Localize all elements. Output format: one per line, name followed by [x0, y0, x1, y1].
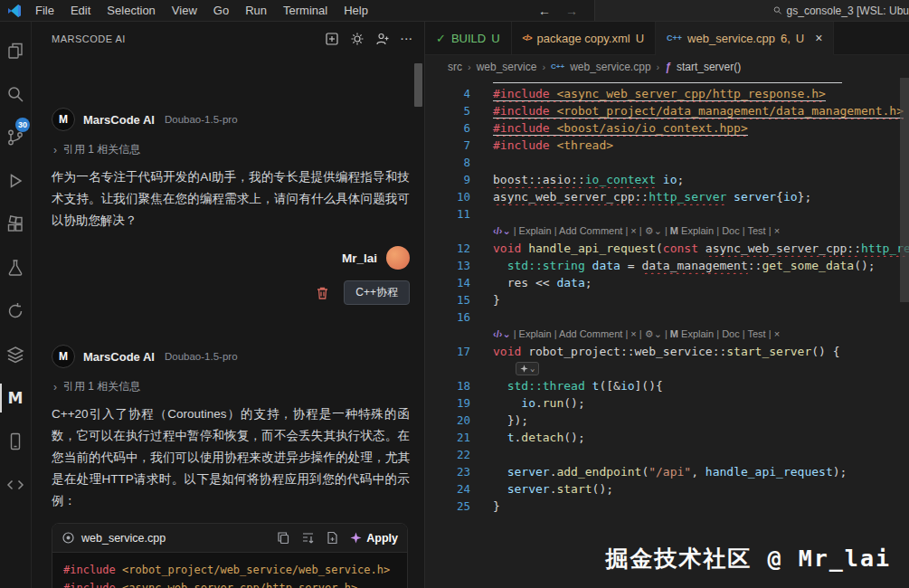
menu-edit[interactable]: Edit [63, 2, 98, 19]
vscode-window: File Edit Selection View Go Run Terminal… [0, 0, 909, 588]
code-icon[interactable] [0, 463, 31, 507]
codelens-action[interactable]: Add Comment [559, 328, 622, 339]
codelens-action[interactable]: Explain [681, 328, 714, 339]
close-icon[interactable]: × [774, 328, 780, 339]
code-actions-icon[interactable]: ‹/›⌄ [493, 225, 511, 236]
menu-terminal[interactable]: Terminal [276, 2, 335, 19]
mobile-icon[interactable] [0, 420, 31, 463]
menu-bar: File Edit Selection View Go Run Terminal… [28, 2, 375, 19]
menu-file[interactable]: File [28, 2, 62, 19]
codelens-action[interactable]: Doc [722, 225, 740, 236]
tools-icon[interactable]: ⚙⌄ [645, 328, 662, 339]
vscode-logo-icon [6, 4, 23, 18]
apply-button[interactable]: Apply [350, 532, 398, 545]
delete-message-button[interactable] [316, 286, 329, 300]
model-name: Doubao-1.5-pro [165, 351, 238, 362]
tools-icon[interactable]: ⚙⌄ [645, 225, 662, 236]
codelens-action[interactable]: Add Comment [559, 225, 622, 236]
copy-icon[interactable] [277, 531, 290, 545]
line-number: 10 [425, 188, 488, 205]
line-number: 14 [425, 274, 488, 291]
breadcrumb-web-service[interactable]: web_service [477, 61, 537, 73]
tab-package-copy-xml[interactable]: </> package copy.xml U [512, 22, 657, 54]
assistant-name: MarsCode AI [83, 113, 155, 127]
new-chat-icon[interactable] [325, 32, 339, 46]
code-line: 11 [425, 205, 909, 223]
gear-icon[interactable] [350, 32, 365, 46]
code-line: 19 io.run(); [425, 394, 909, 412]
title-bar: File Edit Selection View Go Run Terminal… [0, 0, 909, 22]
reference-toggle[interactable]: › 引用 1 相关信息 [53, 379, 410, 394]
layers-icon[interactable] [0, 333, 31, 376]
code-actions-icon[interactable]: ‹/›⌄ [493, 328, 511, 339]
insert-at-cursor-icon[interactable] [301, 531, 315, 545]
more-icon[interactable]: ··· [401, 33, 413, 44]
marscode-icon[interactable]: M [0, 376, 31, 420]
source-control-icon[interactable]: 30 [0, 116, 31, 159]
trash-icon [316, 286, 329, 300]
tab-build[interactable]: ✓ BUILD U [425, 22, 512, 54]
target-icon [62, 531, 75, 545]
codelens-action[interactable]: Doc [722, 328, 740, 339]
menu-go[interactable]: Go [206, 2, 236, 19]
menu-selection[interactable]: Selection [99, 2, 162, 19]
code-line: 24 server.start(); [425, 480, 909, 498]
line-number: 4 [425, 85, 488, 102]
code-line: 13 std::string data = data_management::g… [425, 257, 909, 274]
cpp-file-icon: C++ [667, 33, 682, 43]
new-file-icon[interactable] [326, 531, 339, 545]
close-icon[interactable]: × [815, 31, 822, 45]
invite-user-icon[interactable] [375, 32, 390, 46]
menu-view[interactable]: View [165, 2, 204, 19]
code-editor[interactable]: 4#include <async_web_server_cpp/http_res… [425, 78, 909, 588]
editor-scrollbar[interactable] [900, 78, 909, 302]
code-line: 12void handle_api_request(const async_we… [425, 240, 909, 257]
breadcrumb-file[interactable]: web_service.cpp [570, 61, 650, 73]
forward-arrow-icon[interactable]: → [558, 4, 585, 18]
codelens-action[interactable]: Explain [681, 225, 714, 236]
code-line: ⌄ [425, 360, 909, 377]
method-symbol-icon: ƒ [665, 61, 671, 73]
line-number: 9 [425, 171, 488, 188]
line-number: 7 [425, 137, 488, 154]
command-center-search[interactable]: gs_console_3 [WSL: Ubu [773, 5, 909, 17]
run-debug-icon[interactable] [0, 159, 31, 203]
code-line: 21 t.detach(); [425, 429, 909, 446]
breadcrumb-symbol[interactable]: start_server() [677, 61, 741, 73]
search-icon[interactable] [0, 72, 31, 116]
marscode-avatar: M [52, 108, 75, 131]
code-line: #include <async_web_server_cpp/http_serv… [63, 579, 396, 588]
marscode-avatar: M [52, 345, 75, 368]
explorer-icon[interactable] [0, 29, 31, 72]
codelens-action[interactable]: Explain [519, 225, 552, 236]
reference-toggle[interactable]: › 引用 1 相关信息 [53, 142, 410, 157]
sidebar-title: MARSCODE AI [52, 33, 126, 44]
extensions-icon[interactable] [0, 203, 31, 246]
menu-help[interactable]: Help [336, 2, 375, 19]
sync-icon[interactable] [0, 289, 31, 333]
codelens-action[interactable]: Test [747, 225, 765, 236]
line-number: 11 [425, 205, 488, 223]
codelens-action[interactable]: Explain [519, 328, 552, 339]
chevron-right-icon: › [53, 381, 57, 394]
line-number: 17 [425, 343, 488, 360]
chat-panel: M MarsCode AI Doubao-1.5-pro › 引用 1 相关信息… [32, 55, 424, 588]
model-name: Doubao-1.5-pro [165, 114, 238, 125]
breadcrumb-src[interactable]: src [448, 61, 462, 73]
sidebar-scrollbar[interactable] [414, 63, 422, 107]
line-number: 15 [425, 291, 488, 308]
titlebar-right-section: gs_console_3 [WSL: Ubu [594, 0, 909, 21]
back-arrow-icon[interactable]: ← [531, 4, 558, 18]
inline-action-widget[interactable]: ⌄ [516, 362, 539, 375]
search-icon [773, 5, 782, 16]
tab-web-service-cpp[interactable]: C++ web_service.cpp 6, U × [656, 22, 834, 55]
close-icon[interactable]: × [774, 225, 780, 236]
breadcrumb: src › web_service › C++ web_service.cpp … [425, 55, 909, 78]
menu-run[interactable]: Run [238, 2, 274, 19]
code-line: 4#include <async_web_server_cpp/http_res… [425, 85, 909, 102]
context-tag[interactable]: C++协程 [344, 280, 410, 305]
beaker-icon[interactable] [0, 246, 31, 289]
codelens-action[interactable]: Test [747, 328, 765, 339]
line-number [425, 360, 488, 377]
code-line: 5#include <robot_project/data_management… [425, 102, 909, 119]
